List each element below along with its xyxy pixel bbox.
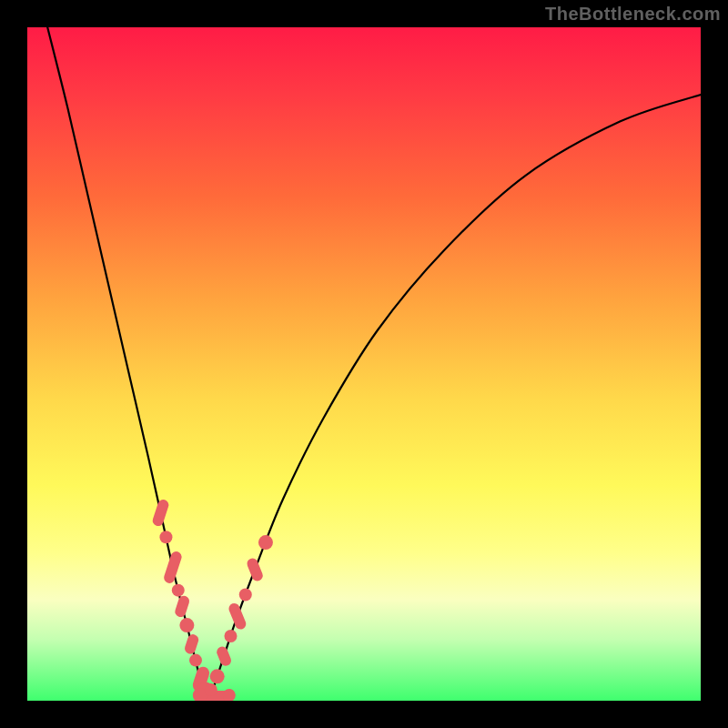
curve-group — [47, 27, 701, 701]
marker-dot — [239, 589, 252, 602]
marker-pill — [163, 551, 184, 585]
marker-dot — [172, 584, 185, 597]
marker-pill — [228, 602, 248, 631]
marker-dot — [189, 654, 202, 667]
marker-dot — [179, 618, 194, 632]
chart-svg — [27, 27, 701, 701]
attribution-label: TheBottleneck.com — [545, 4, 721, 25]
marker-pill — [246, 557, 265, 583]
marker-dot — [223, 689, 236, 701]
marker-dot — [210, 669, 225, 683]
marker-pill — [174, 594, 191, 619]
chart-frame: TheBottleneck.com — [0, 0, 728, 728]
marker-dot — [159, 531, 172, 543]
marker-dot — [224, 630, 237, 642]
marker-pill — [215, 645, 232, 668]
marker-pill — [183, 633, 199, 656]
marker-dot — [258, 535, 273, 550]
marker-pill — [151, 498, 170, 527]
marker-dot — [205, 683, 217, 696]
curve-right-branch — [209, 95, 701, 701]
marker-group — [151, 498, 273, 701]
plot-area — [27, 27, 701, 701]
